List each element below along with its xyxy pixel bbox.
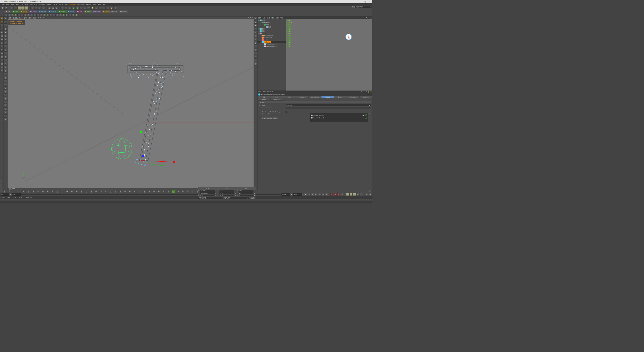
ltool2-0[interactable]: ✥ bbox=[4, 17, 7, 20]
field-tag-4[interactable]: ◆ 圆锥体域 bbox=[38, 11, 47, 13]
attr-menu-edit[interactable]: 编辑 bbox=[263, 91, 266, 93]
ltool-3[interactable]: 〰 bbox=[0, 27, 4, 31]
ltool-10[interactable]: ▤ bbox=[0, 52, 4, 55]
scale-tool[interactable]: ◫ bbox=[17, 6, 21, 10]
ltool2-24[interactable]: ◫ bbox=[4, 101, 7, 104]
dist-radio[interactable]: ◦ bbox=[259, 107, 261, 109]
material-tab-2[interactable]: 功能 bbox=[12, 196, 18, 198]
attr-menu-user[interactable]: 用户数据 bbox=[267, 91, 273, 93]
menu-6[interactable]: 样条 bbox=[29, 4, 33, 6]
mode-dropdown[interactable]: Random▾ bbox=[286, 104, 371, 106]
attr-tab-对象[interactable]: 对象 bbox=[283, 96, 296, 98]
field-icon-9[interactable]: ◉ bbox=[33, 13, 36, 16]
x-axis-toggle[interactable]: X bbox=[30, 6, 34, 10]
obj-row-7[interactable]: 粒子跟随样条 bbox=[258, 34, 286, 37]
ltool2-29[interactable]: ▦ bbox=[4, 118, 7, 121]
field-icon-8[interactable]: ◉ bbox=[30, 13, 33, 16]
ltool2-5[interactable]: ▦ bbox=[4, 34, 7, 37]
obj-row-2[interactable]: ⊟倒角 bbox=[258, 24, 286, 26]
rtool-3[interactable]: ✦ bbox=[254, 27, 257, 31]
menu-1[interactable]: 编辑 bbox=[6, 4, 10, 6]
key-param-button[interactable]: ⬚ bbox=[360, 193, 363, 196]
attr-tab-emission[interactable]: Emission bbox=[296, 96, 309, 98]
field-tag-5[interactable]: ◆ 圆柱体域 bbox=[48, 11, 57, 13]
usecur-checkbox[interactable]: ✓ bbox=[286, 111, 287, 113]
max-frame-field[interactable]: 100 F bbox=[293, 193, 302, 196]
tl-menu-button[interactable]: ☰ bbox=[365, 193, 368, 196]
material-tab-4[interactable]: Cycles 4D bbox=[24, 197, 33, 198]
range-end-field[interactable]: 100 F bbox=[281, 193, 290, 196]
coord-apply-button[interactable]: 应用 bbox=[249, 196, 255, 199]
vp-menu-prorender[interactable]: ProRender bbox=[38, 17, 45, 19]
obj-row-9[interactable]: xpKill bbox=[258, 39, 286, 41]
create-group-button[interactable]: Create and Add Group bbox=[260, 117, 278, 119]
obj-row-4[interactable]: ⊟样条 bbox=[258, 28, 286, 30]
key-pla-button[interactable]: P bbox=[356, 193, 359, 196]
obj-menu-edit[interactable]: 编辑 bbox=[263, 17, 266, 19]
field-icon-5[interactable]: ◉ bbox=[21, 13, 24, 16]
material-tab-3[interactable]: 纹理 bbox=[18, 196, 23, 198]
ltool2-11[interactable]: ▦ bbox=[4, 55, 7, 59]
obj-row-11[interactable]: Particle Group 2 bbox=[258, 43, 286, 45]
field-tag-12[interactable]: ◆ 公式域 bbox=[110, 11, 118, 13]
obj-tags-2[interactable]: ✓ bbox=[286, 24, 372, 26]
groups-refresh-icon[interactable]: ⟳ bbox=[369, 113, 371, 115]
obj-tags-12[interactable]: ✓ bbox=[286, 45, 372, 48]
ltool-5[interactable]: ◨ bbox=[0, 34, 4, 37]
field-icon-1[interactable]: ◉ bbox=[8, 13, 11, 16]
rot-H[interactable]: -90 ° bbox=[239, 190, 254, 192]
field-icon-18[interactable]: ◉ bbox=[62, 13, 65, 16]
add-pen[interactable]: ✎ bbox=[64, 6, 68, 10]
menu-4[interactable]: 工具 bbox=[19, 4, 24, 6]
ltool-0[interactable]: ◉ bbox=[0, 17, 4, 20]
rtool-11[interactable]: ● bbox=[254, 55, 257, 59]
attr-tab-display[interactable]: Display bbox=[334, 96, 347, 98]
object-tags-area[interactable]: 🦌 ✓✓✓✓✓✓✓✓✓✓✓✓✓ bbox=[286, 19, 372, 90]
field-icon-14[interactable]: ◉ bbox=[50, 13, 53, 16]
attr-tab-extended data[interactable]: Extended Data bbox=[308, 96, 321, 98]
menu-7[interactable]: 体积 bbox=[33, 4, 38, 6]
field-tag-10[interactable]: ◆ 着色器域 bbox=[92, 11, 102, 13]
obj-tags-7[interactable]: ✓ bbox=[286, 34, 372, 37]
vp-menu-camera[interactable]: 摄像机 bbox=[13, 17, 17, 19]
attr-menu-mode[interactable]: 模式 bbox=[258, 91, 261, 93]
add-cube[interactable]: ◧ bbox=[60, 6, 64, 10]
pos-X[interactable]: -58.807 cm bbox=[200, 190, 215, 192]
menu-15[interactable]: Redshift bbox=[85, 4, 92, 5]
material-area[interactable] bbox=[0, 199, 372, 201]
key-r-button[interactable]: ⟳ bbox=[353, 193, 356, 196]
attr-tab-questions[interactable]: Questions bbox=[347, 96, 359, 98]
obj-row-8[interactable]: xpFlowField bbox=[258, 37, 286, 39]
field-icon-11[interactable]: ◉ bbox=[40, 13, 43, 16]
obj-tags-8[interactable]: ✓ bbox=[286, 37, 372, 39]
coord-system[interactable]: ⊞ bbox=[42, 6, 45, 10]
attr-tab-坐标[interactable]: 坐标 bbox=[270, 96, 283, 98]
mode-radio[interactable]: ◦ bbox=[259, 104, 261, 106]
obj-menu-view[interactable]: 查看 bbox=[267, 17, 270, 19]
rot-B[interactable]: 0 ° bbox=[239, 195, 254, 196]
last-tool[interactable]: ✦ bbox=[25, 6, 28, 10]
move-tool[interactable]: ↔ bbox=[14, 6, 17, 10]
ltool2-1[interactable]: ↖ bbox=[4, 20, 7, 24]
vp-nav-4[interactable]: ⊞ bbox=[252, 17, 253, 19]
field-icon-6[interactable]: ◉ bbox=[24, 13, 27, 16]
field-icon-22[interactable]: ◉ bbox=[75, 13, 78, 16]
vp-menu-options[interactable]: 选项 bbox=[24, 17, 27, 19]
field-icon-3[interactable]: ◉ bbox=[14, 13, 17, 16]
stop-button[interactable]: ↺ bbox=[322, 193, 325, 196]
ltool2-3[interactable]: ◐ bbox=[4, 27, 7, 31]
ltool2-19[interactable]: ⊞ bbox=[4, 83, 7, 86]
field-icon-17[interactable]: ◉ bbox=[59, 13, 62, 16]
autokey-button[interactable]: ◉ bbox=[334, 193, 337, 196]
ltool2-17[interactable]: ▦ bbox=[4, 76, 7, 79]
obj-tags-11[interactable]: ✓ bbox=[286, 43, 372, 46]
ltool2-26[interactable]: ▤ bbox=[4, 108, 7, 111]
attr-max-icon[interactable]: ⬚ bbox=[370, 91, 371, 93]
rtool-12[interactable]: ⊡ bbox=[254, 59, 257, 62]
field-icon-16[interactable]: ◉ bbox=[56, 13, 59, 16]
obj-menu-file[interactable]: 文件 bbox=[258, 17, 261, 19]
menu-5[interactable]: 网格 bbox=[24, 4, 29, 6]
ltool2-9[interactable]: ▥ bbox=[4, 48, 7, 52]
size-X[interactable]: 50 cm bbox=[219, 190, 234, 192]
ltool-7[interactable]: ◐ bbox=[0, 41, 4, 45]
